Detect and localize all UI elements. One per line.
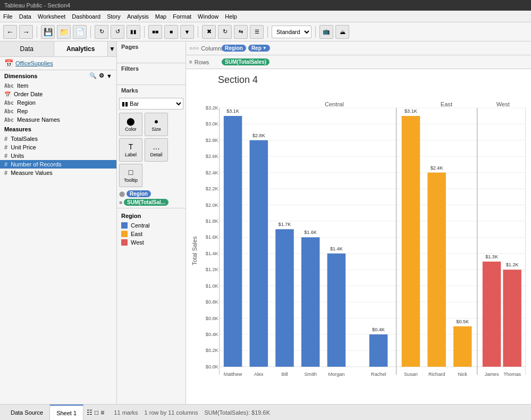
legend-color-east xyxy=(121,231,128,237)
size-label: Size xyxy=(151,127,161,132)
rows-cols-button[interactable]: ☰ xyxy=(250,25,264,39)
bar-smith[interactable] xyxy=(301,237,319,366)
menu-file[interactable]: File xyxy=(3,13,13,20)
ytick-06: $0.6K xyxy=(206,316,218,321)
share-button[interactable]: ⛰ xyxy=(335,25,349,39)
expand-icon[interactable]: ▼ xyxy=(106,73,112,79)
bar-label-thomas: $1.2K xyxy=(506,262,519,267)
measure-totalsales[interactable]: # TotalSales xyxy=(0,135,116,143)
bar-james[interactable] xyxy=(483,262,501,367)
bar-morgan[interactable] xyxy=(327,254,345,367)
settings-icon[interactable]: ⚙ xyxy=(99,72,104,79)
dim-item-orderdate[interactable]: 📅 Order Date xyxy=(0,90,116,98)
bar-rachel[interactable] xyxy=(369,334,387,367)
menu-map[interactable]: Map xyxy=(155,13,166,20)
measures-label: Measures xyxy=(4,126,31,132)
pill-icon-totalsales: ■ xyxy=(119,199,122,205)
search-icon[interactable]: 🔍 xyxy=(89,72,97,79)
dim-type-region: Abc xyxy=(4,100,14,106)
dim-item-item[interactable]: Abc Item xyxy=(0,81,116,90)
color-button[interactable]: ⬤ Color xyxy=(119,113,142,136)
panel-tabs: Data Analytics ▼ xyxy=(0,41,116,57)
legend-east: East xyxy=(121,230,181,238)
back-button[interactable]: ← xyxy=(3,25,17,39)
new-button[interactable]: 📄 xyxy=(73,25,87,39)
pause-button[interactable]: ▮▮ xyxy=(127,25,140,39)
region-pill[interactable]: Region xyxy=(127,190,151,197)
region-label-east: East xyxy=(441,101,453,107)
rows-icon: ≡ xyxy=(189,59,192,65)
toolbar-sep-6 xyxy=(315,26,316,38)
filter-button[interactable]: ▼ xyxy=(180,25,194,39)
menu-data[interactable]: Data xyxy=(19,13,31,20)
totalsales-pill[interactable]: SUM(TotalSal... xyxy=(124,199,168,206)
size-button[interactable]: ● Size xyxy=(145,113,168,136)
filters-section: Filters xyxy=(117,63,186,85)
measure-units[interactable]: # Units xyxy=(0,152,116,160)
menu-format[interactable]: Format xyxy=(173,13,191,20)
menu-dashboard[interactable]: Dashboard xyxy=(72,13,100,20)
filters-label: Filters xyxy=(117,63,186,74)
dim-item-rep[interactable]: Abc Rep xyxy=(0,107,116,115)
ytick-04: $0.4K xyxy=(206,332,218,337)
hash-numrecords: # xyxy=(4,161,7,167)
tab-analytics[interactable]: Analytics xyxy=(54,41,108,56)
bar-susan[interactable] xyxy=(402,116,420,367)
hash-measurevalues: # xyxy=(4,170,7,176)
measure-measurevalues[interactable]: # Measure Values xyxy=(0,169,116,177)
forward-button[interactable]: → xyxy=(19,25,33,39)
datasource-tab-label: Data Source xyxy=(11,409,43,416)
ytick-26: $2.6K xyxy=(206,154,218,159)
bar-label-morgan: $1.4K xyxy=(330,246,343,251)
duplicate-sheet-icon[interactable]: □ xyxy=(95,409,98,416)
save-button[interactable]: 💾 xyxy=(41,25,55,39)
menu-window[interactable]: Window xyxy=(198,13,218,20)
bar-thomas[interactable] xyxy=(503,270,521,367)
menu-analysis[interactable]: Analysis xyxy=(127,13,149,20)
redo-button[interactable]: ↺ xyxy=(111,25,124,39)
columns-label: ○○○ Columns xyxy=(189,45,218,52)
bar-bill[interactable] xyxy=(275,229,293,367)
region-column-pill[interactable]: Region xyxy=(222,45,246,52)
tab-data[interactable]: Data xyxy=(0,41,54,56)
menu-help[interactable]: Help xyxy=(225,13,237,20)
open-button[interactable]: 📁 xyxy=(57,25,71,39)
tooltip-button[interactable]: □ Tooltip xyxy=(119,164,142,187)
bar-alex[interactable] xyxy=(250,140,268,367)
rep-column-pill[interactable]: Rep ▼ xyxy=(248,45,270,52)
bar-matthew[interactable] xyxy=(224,116,242,367)
dim-item-region[interactable]: Abc Region xyxy=(0,98,116,107)
undo-button[interactable]: ↻ xyxy=(95,25,108,39)
refresh-button[interactable]: ↻ xyxy=(218,25,232,39)
view-button[interactable]: ■ xyxy=(164,25,178,39)
columns-pills: Region Rep ▼ xyxy=(222,45,528,52)
label-button[interactable]: T Label xyxy=(119,138,142,162)
detail-button[interactable]: … Detail xyxy=(145,138,168,162)
toolbar-sep-4 xyxy=(198,26,198,38)
show-me-button[interactable]: ■■ xyxy=(148,25,162,39)
bar-richard[interactable] xyxy=(427,173,445,367)
marks-buttons: ⬤ Color ● Size T Label … Detail xyxy=(119,113,183,187)
datasource-tab[interactable]: Data Source xyxy=(4,405,50,421)
datasource-icon: 📅 xyxy=(4,59,13,68)
sort-sheet-icon[interactable]: ≡ xyxy=(100,409,104,416)
panel-tab-arrow[interactable]: ▼ xyxy=(108,41,116,56)
marks-type-select[interactable]: ▮▮ Bar xyxy=(119,98,183,110)
measure-unitprice[interactable]: # Unit Price xyxy=(0,143,116,152)
dim-item-measurenames[interactable]: Abc Measure Names xyxy=(0,115,116,124)
title-text: Tableau Public - Section4 xyxy=(4,2,70,9)
legend-color-west xyxy=(121,239,128,246)
standard-dropdown[interactable]: Standard xyxy=(272,26,311,38)
menu-worksheet[interactable]: Worksheet xyxy=(38,13,65,20)
device-button[interactable]: 📺 xyxy=(319,25,333,39)
totalsales-row-pill[interactable]: SUM(TotalSales) xyxy=(222,58,269,65)
menu-story[interactable]: Story xyxy=(107,13,121,20)
measure-numrecords[interactable]: # Number of Records xyxy=(0,160,116,169)
sheet1-tab[interactable]: Sheet 1 xyxy=(50,405,83,421)
swap-button[interactable]: ⇆ xyxy=(234,25,248,39)
add-sheet-icon[interactable]: ☷ xyxy=(87,409,92,416)
bar-nick[interactable] xyxy=(453,326,471,367)
measure-name-numrecords: Number of Records xyxy=(11,161,61,167)
clear-button[interactable]: ✖ xyxy=(202,25,216,39)
datasource-name[interactable]: OfficeSupplies xyxy=(15,60,53,66)
